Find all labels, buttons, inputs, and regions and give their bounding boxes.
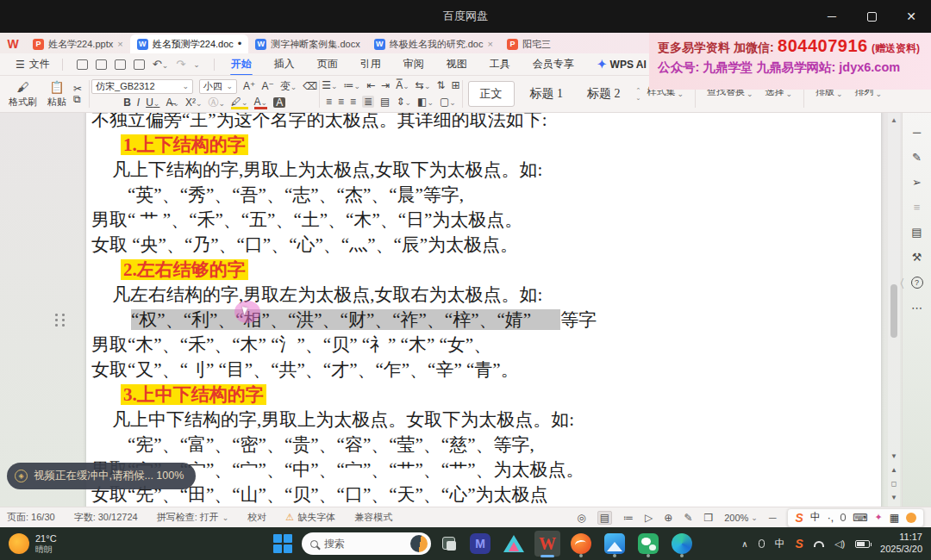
tray-input-lang[interactable]: 中	[775, 537, 785, 551]
style-normal[interactable]: 正文	[468, 81, 515, 107]
mic-icon[interactable]	[840, 513, 846, 521]
bullet-list-icon[interactable]: ☰⌄	[322, 80, 337, 90]
style-heading2[interactable]: 标题 2	[578, 81, 629, 107]
sort-icon[interactable]: ⇅	[436, 80, 445, 90]
tab-doc-3[interactable]: W 终极姓名我的研究.doc ×	[367, 34, 500, 53]
decrease-indent-icon[interactable]: ⇤	[366, 80, 375, 90]
save-icon[interactable]	[77, 59, 88, 70]
copy-icon[interactable]: ⧉	[73, 94, 82, 104]
tab-tools[interactable]: 工具	[478, 54, 522, 74]
bold-icon[interactable]: B	[123, 97, 131, 108]
border-icon[interactable]: ▢⌄	[440, 96, 456, 107]
tab-view[interactable]: 视图	[435, 54, 478, 74]
taskbar-app-wps[interactable]: W	[534, 531, 560, 557]
format-painter-button[interactable]: 🖌 格式刷	[3, 78, 42, 110]
underline-icon[interactable]: U⌄	[146, 97, 159, 108]
sogou-logo-icon[interactable]: S	[795, 511, 803, 525]
font-size-combo[interactable]: 小四 ⌄	[199, 79, 237, 94]
web-layout-icon[interactable]: ⊕	[664, 512, 672, 524]
annotate-pen-icon[interactable]: ✎	[912, 152, 922, 163]
style-gallery-scroll[interactable]: ⌃ ⌄	[636, 87, 641, 102]
tray-expand-chevron-icon[interactable]: ∧	[741, 539, 747, 549]
play-presentation-icon[interactable]: ▷	[645, 512, 653, 524]
tab-insert[interactable]: 插入	[263, 54, 306, 74]
tab-review[interactable]: 审阅	[392, 54, 435, 74]
tab-close-icon[interactable]: ×	[117, 39, 122, 49]
print-preview-icon[interactable]	[134, 59, 145, 70]
char-shading-icon[interactable]: A	[273, 97, 285, 108]
wps-logo[interactable]: W	[0, 37, 26, 53]
align-left-icon[interactable]: ≡	[326, 96, 332, 107]
print-icon[interactable]	[115, 59, 126, 70]
show-marks-icon[interactable]: ⊞	[451, 80, 459, 90]
emoji-icon[interactable]	[906, 513, 916, 523]
strikethrough-icon[interactable]: A̶⌄	[166, 97, 179, 108]
taskbar-app-orange[interactable]	[568, 531, 594, 557]
prev-page-icon[interactable]: ▲	[890, 466, 897, 474]
text-effects-icon[interactable]: 变⌄	[280, 81, 297, 91]
file-menu-button[interactable]: ☰ 文件	[9, 57, 57, 72]
tray-sogou-icon[interactable]: S	[796, 537, 803, 551]
vertical-scrollbar[interactable]: ▲ ▼ ▲ ◻ ▼	[888, 113, 900, 507]
export-pdf-icon[interactable]	[96, 59, 107, 70]
notes-edit-icon[interactable]: ▤	[911, 227, 922, 238]
wifi-icon[interactable]	[814, 541, 824, 547]
tab-ppt-2[interactable]: P 阳宅三	[500, 34, 558, 53]
highlight-color-icon[interactable]: 🖊⌄	[231, 96, 248, 109]
font-name-combo[interactable]: 仿宋_GB2312 ⌄	[91, 79, 193, 94]
maximize-button[interactable]	[852, 0, 891, 33]
outline-view-icon[interactable]: ≔	[623, 512, 634, 524]
close-button[interactable]: ✕	[891, 0, 931, 33]
input-lang-indicator[interactable]: 中	[810, 510, 821, 525]
tab-close-icon[interactable]: ×	[487, 39, 492, 49]
taskbar-app-prism[interactable]	[501, 531, 527, 557]
increase-font-icon[interactable]: A⁺	[243, 81, 255, 91]
tab-doc-active[interactable]: W 姓名预测学224.doc •	[130, 34, 249, 53]
tab-reference[interactable]: 引用	[349, 54, 392, 74]
italic-icon[interactable]: I	[137, 97, 140, 108]
cursor-select-icon[interactable]: ➢	[912, 177, 922, 188]
paragraph-drag-handle[interactable]	[55, 314, 66, 328]
text-direction-icon[interactable]: ⇆⌄	[416, 80, 431, 90]
numbered-list-icon[interactable]: ≔⌄	[344, 80, 361, 90]
start-button[interactable]	[272, 532, 294, 555]
scrollbar-thumb[interactable]	[890, 284, 897, 338]
tab-ppt-1[interactable]: P 姓名学224.pptx ×	[26, 34, 130, 53]
align-justify-icon[interactable]: ≣	[362, 96, 374, 108]
document-page[interactable]: 不独立偏旁“王”为这个名字的太极点。其详细的取法如下: 1.上下结构的字 凡上下…	[86, 113, 881, 507]
word-count[interactable]: 字数: 30/12724	[74, 511, 138, 524]
punctuation-indicator[interactable]: ·,	[828, 512, 834, 524]
tab-home[interactable]: 开始	[220, 54, 263, 74]
weather-widget[interactable]: 21°C 晴朗	[0, 533, 147, 554]
skin-icon[interactable]: ✦	[874, 512, 882, 523]
char-scale-icon[interactable]: A̿⌄	[396, 80, 409, 90]
taskbar-app-mail[interactable]: M	[467, 531, 493, 557]
tab-doc-2[interactable]: W 测字神断案例集.docx	[248, 34, 366, 53]
proofread-button[interactable]: 校对	[247, 511, 266, 524]
clear-format-icon[interactable]: ⌫	[303, 81, 317, 91]
tab-page[interactable]: 页面	[306, 54, 349, 74]
keyboard-icon[interactable]: ⌨	[853, 512, 867, 524]
line-spacing-icon[interactable]: ⇕⌄	[396, 96, 411, 107]
undo-icon[interactable]: ↶⌄	[153, 58, 168, 71]
spellcheck-toggle[interactable]: 拼写检查: 打开⌄	[157, 511, 229, 524]
char-border-icon[interactable]: Ⓐ⌄	[209, 97, 226, 108]
taskbar-search[interactable]: 搜索	[302, 532, 431, 555]
collapse-panel-icon[interactable]: ─	[913, 127, 921, 138]
taskbar-app-wechat[interactable]	[635, 531, 661, 557]
volume-icon[interactable]: ◁)	[834, 538, 845, 550]
help-icon[interactable]: ?	[911, 277, 923, 289]
tools-icon[interactable]: ⚒	[912, 252, 922, 263]
print-layout-icon[interactable]: ▤	[597, 511, 612, 525]
customize-toolbar-chevron-icon[interactable]: ⌄	[193, 60, 200, 69]
align-distribute-icon[interactable]: ▤	[380, 96, 390, 107]
ink-pen-icon[interactable]: ✎	[684, 512, 692, 524]
tab-member[interactable]: 会员专享	[522, 54, 585, 74]
task-view-button[interactable]	[439, 533, 459, 554]
redo-icon[interactable]: ↷	[176, 58, 185, 71]
zoom-out-icon[interactable]: ─	[769, 512, 777, 524]
scroll-down-icon[interactable]: ▼	[890, 452, 897, 460]
settings-sliders-icon[interactable]: ≡	[914, 202, 921, 213]
font-color-icon[interactable]: A⌄	[254, 96, 268, 109]
battery-icon[interactable]	[855, 540, 870, 548]
